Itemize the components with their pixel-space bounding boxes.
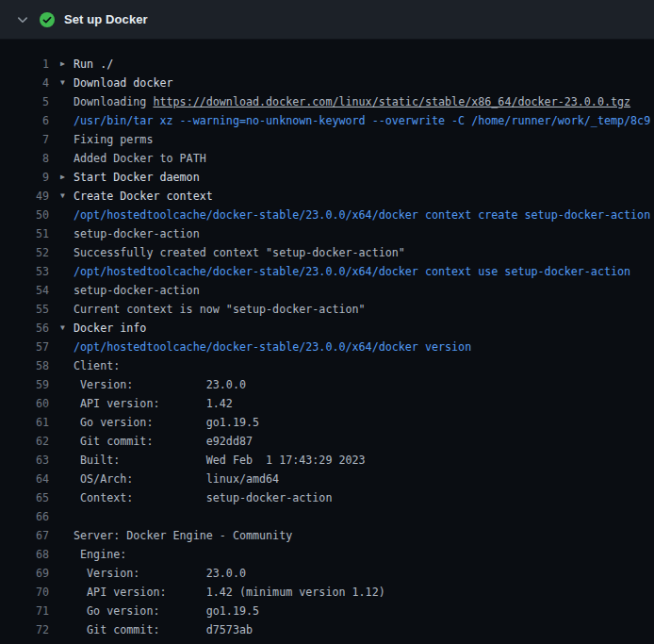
log-text: API version: 1.42 xyxy=(74,394,233,413)
line-number[interactable]: 72 xyxy=(8,620,49,639)
line-number[interactable]: 49 xyxy=(8,187,49,206)
arrow-spacer xyxy=(60,564,74,583)
line-number[interactable]: 52 xyxy=(8,243,49,262)
line-number[interactable]: 5 xyxy=(8,92,49,111)
arrow-spacer xyxy=(60,526,74,545)
log-line: 5Downloading https://download.docker.com… xyxy=(0,92,654,111)
log-text: setup-docker-action xyxy=(74,224,200,243)
log-text: /opt/hostedtoolcache/docker-stable/23.0.… xyxy=(74,206,650,224)
log-line: 70 API version: 1.42 (minimum version 1.… xyxy=(0,583,654,602)
log-line: 69 Version: 23.0.0 xyxy=(0,564,654,583)
triangle-down-icon: ▼ xyxy=(60,319,74,338)
log-text: API version: 1.42 (minimum version 1.12) xyxy=(74,583,385,602)
log-lines: 1▶Run ./4▼Download docker5Downloading ht… xyxy=(0,40,654,639)
line-number[interactable]: 53 xyxy=(8,262,49,281)
log-line: 71 Go version: go1.19.5 xyxy=(0,602,654,620)
arrow-spacer xyxy=(60,432,74,451)
line-number[interactable]: 59 xyxy=(8,375,49,394)
arrow-spacer xyxy=(60,356,74,375)
log-text: Git commit: e92dd87 xyxy=(74,432,253,451)
log-text: Create Docker context xyxy=(74,187,213,206)
log-line[interactable]: 49▼Create Docker context xyxy=(0,187,654,206)
log-line: 50/opt/hostedtoolcache/docker-stable/23.… xyxy=(0,206,654,224)
log-line[interactable]: 1▶Run ./ xyxy=(0,55,654,74)
line-number[interactable]: 65 xyxy=(8,488,49,507)
arrow-spacer xyxy=(60,149,74,168)
line-number[interactable]: 57 xyxy=(8,338,49,356)
triangle-down-icon: ▼ xyxy=(60,74,74,92)
log-line: 54setup-docker-action xyxy=(0,281,654,300)
line-number[interactable]: 58 xyxy=(8,356,49,375)
log-text: /opt/hostedtoolcache/docker-stable/23.0.… xyxy=(74,338,471,356)
log-link[interactable]: https://download.docker.com/linux/static… xyxy=(153,95,630,108)
line-number[interactable]: 1 xyxy=(8,55,49,74)
triangle-down-icon: ▼ xyxy=(60,187,74,206)
arrow-spacer xyxy=(60,620,74,639)
log-text: Built: Wed Feb 1 17:43:29 2023 xyxy=(74,451,366,470)
arrow-spacer xyxy=(60,394,74,413)
line-number[interactable]: 69 xyxy=(8,564,49,583)
line-number[interactable]: 66 xyxy=(8,507,49,526)
arrow-spacer xyxy=(60,206,74,224)
log-line: 68 Engine: xyxy=(0,545,654,564)
arrow-spacer xyxy=(60,545,74,564)
line-number[interactable]: 71 xyxy=(8,602,49,620)
log-text: Version: 23.0.0 xyxy=(74,375,246,394)
log-text: Successfully created context "setup-dock… xyxy=(74,243,405,262)
log-text-prefix: Downloading xyxy=(74,95,153,108)
line-number[interactable]: 9 xyxy=(8,168,49,187)
log-line: 6/usr/bin/tar xz --warning=no-unknown-ke… xyxy=(0,111,654,130)
line-number[interactable]: 68 xyxy=(8,545,49,564)
log-text: Downloading https://download.docker.com/… xyxy=(74,92,630,111)
log-line: 65 Context: setup-docker-action xyxy=(0,488,654,507)
line-number[interactable]: 67 xyxy=(8,526,49,545)
log-text: /usr/bin/tar xz --warning=no-unknown-key… xyxy=(74,111,650,130)
log-line[interactable]: 56▼Docker info xyxy=(0,319,654,338)
log-line[interactable]: 9▶Start Docker daemon xyxy=(0,168,654,187)
line-number[interactable]: 62 xyxy=(8,432,49,451)
arrow-spacer xyxy=(60,488,74,507)
log-text: Server: Docker Engine - Community xyxy=(74,526,292,545)
log-text: Added Docker to PATH xyxy=(74,149,206,168)
arrow-spacer xyxy=(60,111,74,130)
arrow-spacer xyxy=(60,375,74,394)
log-line: 64 OS/Arch: linux/amd64 xyxy=(0,470,654,488)
log-text: Go version: go1.19.5 xyxy=(74,413,259,432)
line-number[interactable]: 61 xyxy=(8,413,49,432)
line-number[interactable]: 70 xyxy=(8,583,49,602)
arrow-spacer xyxy=(60,470,74,488)
arrow-spacer xyxy=(60,602,74,620)
arrow-spacer xyxy=(60,338,74,356)
line-number[interactable]: 64 xyxy=(8,470,49,488)
arrow-spacer xyxy=(60,507,74,526)
line-number[interactable]: 63 xyxy=(8,451,49,470)
line-number[interactable]: 4 xyxy=(8,74,49,92)
log-line[interactable]: 4▼Download docker xyxy=(0,74,654,92)
chevron-down-icon xyxy=(15,12,30,27)
arrow-spacer xyxy=(60,451,74,470)
arrow-spacer xyxy=(60,224,74,243)
step-title: Set up Docker xyxy=(64,12,148,26)
arrow-spacer xyxy=(60,262,74,281)
line-number[interactable]: 55 xyxy=(8,300,49,319)
line-number[interactable]: 56 xyxy=(8,319,49,338)
log-viewer: Set up Docker 1▶Run ./4▼Download docker5… xyxy=(0,0,654,644)
log-text: Engine: xyxy=(74,545,126,564)
line-number[interactable]: 54 xyxy=(8,281,49,300)
line-number[interactable]: 8 xyxy=(8,149,49,168)
log-text: Client: xyxy=(74,356,120,375)
log-line: 53/opt/hostedtoolcache/docker-stable/23.… xyxy=(0,262,654,281)
line-number[interactable]: 51 xyxy=(8,224,49,243)
line-number[interactable]: 6 xyxy=(8,111,49,130)
arrow-spacer xyxy=(60,300,74,319)
log-line: 57/opt/hostedtoolcache/docker-stable/23.… xyxy=(0,338,654,356)
line-number[interactable]: 7 xyxy=(8,130,49,149)
step-header[interactable]: Set up Docker xyxy=(0,0,654,40)
log-text: Download docker xyxy=(74,74,173,92)
log-text: Run ./ xyxy=(74,55,113,74)
log-line: 62 Git commit: e92dd87 xyxy=(0,432,654,451)
log-line: 58Client: xyxy=(0,356,654,375)
line-number[interactable]: 50 xyxy=(8,206,49,224)
line-number[interactable]: 60 xyxy=(8,394,49,413)
arrow-spacer xyxy=(60,92,74,111)
